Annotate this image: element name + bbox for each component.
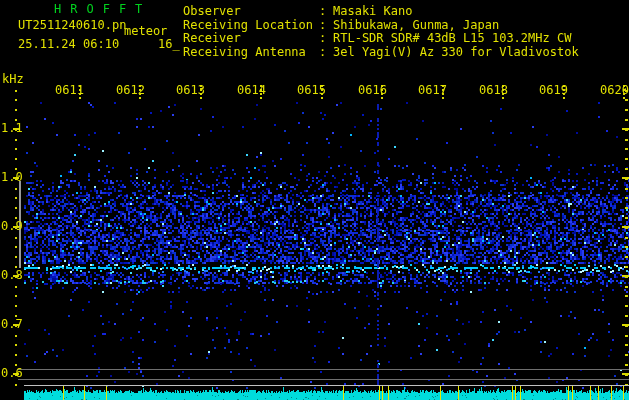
info-label: Receiver <box>183 32 319 45</box>
info-value: RTL-SDR SDR# 43dB L15 103.2MHz CW <box>333 32 571 45</box>
freq-tick-label: 0.7 <box>1 318 25 331</box>
info-separator: : <box>319 5 333 18</box>
datetime: 25.11.24 06:10 <box>18 38 119 51</box>
spectrogram-canvas <box>0 0 629 400</box>
info-row-observer: Observer:Masaki Kano <box>183 5 412 18</box>
time-tick-label: 0613 <box>176 84 205 97</box>
info-label: Receiving Antenna <box>183 46 319 59</box>
info-label: Observer <box>183 5 319 18</box>
time-tick-label: 0615 <box>297 84 326 97</box>
filename: UT2511240610.pn <box>18 19 126 32</box>
info-row-antenna: Receiving Antenna:3el Yagi(V) Az 330 for… <box>183 46 579 59</box>
time-tick-label: 0618 <box>479 84 508 97</box>
freq-tick-label: 0.6 <box>1 367 25 380</box>
freq-tick-label: 0.8 <box>1 269 25 282</box>
info-separator: : <box>319 32 333 45</box>
counter: 16_ <box>158 38 180 51</box>
time-tick-label: 0612 <box>116 84 145 97</box>
time-tick-label: 0617 <box>418 84 447 97</box>
axis-unit-label: kHz <box>2 73 24 86</box>
time-tick-label: 0620 <box>600 84 629 97</box>
time-tick-label: 0619 <box>539 84 568 97</box>
time-tick-label: 0611 <box>55 84 84 97</box>
info-row-receiver: Receiver:RTL-SDR SDR# 43dB L15 103.2MHz … <box>183 32 571 45</box>
freq-tick-label: 1.1 <box>1 122 25 135</box>
info-value: 3el Yagi(V) Az 330 for Vladivostok <box>333 46 579 59</box>
hrofft-window: HROFFT UT2511240610.pn meteor 25.11.24 0… <box>0 0 629 400</box>
info-value: Masaki Kano <box>333 5 412 18</box>
time-tick-label: 0614 <box>237 84 266 97</box>
info-separator: : <box>319 46 333 59</box>
freq-tick-label: 1.0 <box>1 171 25 184</box>
app-title: HROFFT <box>54 3 151 16</box>
freq-tick-label: 0.9 <box>1 220 25 233</box>
time-tick-label: 0616 <box>358 84 387 97</box>
